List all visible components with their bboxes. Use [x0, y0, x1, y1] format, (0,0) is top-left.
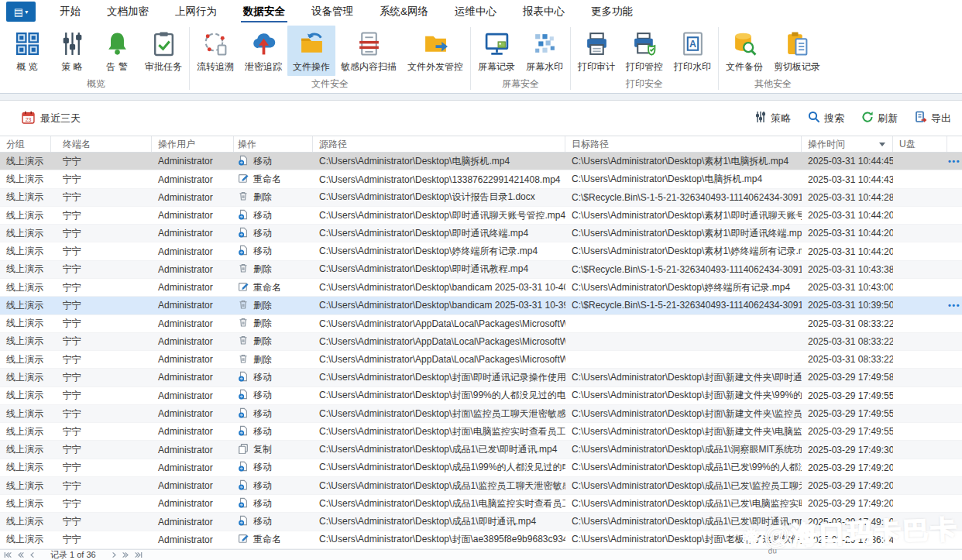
menu-tab-5[interactable]: 系统&网络 — [366, 0, 441, 23]
cell-terminal: 宁宁 — [51, 155, 152, 168]
toolbar-button-search[interactable]: 搜索 — [808, 111, 844, 125]
row-actions-button[interactable]: ••• — [947, 301, 962, 310]
move-icon — [238, 227, 249, 240]
column-header-0[interactable]: 分组 — [0, 136, 51, 152]
column-header-5[interactable]: 目标路径 — [565, 136, 802, 152]
ribbon-item-printctl[interactable]: 打印管控 — [620, 26, 668, 76]
table-row[interactable]: 线上演示宁宁Administrator删除C:\Users\Administra… — [0, 297, 962, 314]
column-header-7[interactable]: U盘 — [893, 136, 947, 152]
pager-last-button[interactable] — [134, 551, 143, 558]
ribbon-item-outgoing[interactable]: 文件外发管控 — [402, 26, 469, 76]
cell-group: 线上演示 — [0, 425, 51, 438]
cell-terminal: 宁宁 — [51, 335, 152, 348]
cell-dst: C:\Users\Administrator\Desktop\素材1\电脑拆机.… — [565, 155, 802, 168]
table-row[interactable]: 线上演示宁宁Administrator移动C:\Users\Administra… — [0, 405, 962, 423]
ribbon-item-policy[interactable]: 策 略 — [50, 26, 94, 76]
column-header-3[interactable]: 操作 — [234, 136, 313, 152]
column-header-6[interactable]: 操作时间 — [802, 136, 893, 152]
ribbon-item-printwm[interactable]: A打印水印 — [668, 26, 716, 76]
cell-time: 2025-03-31 10:44:20 — [802, 228, 893, 239]
cell-time: 2025-03-31 10:44:20 — [802, 210, 893, 221]
menu-tab-2[interactable]: 上网行为 — [162, 0, 230, 23]
table-row[interactable]: 线上演示宁宁Administrator移动C:\Users\Administra… — [0, 513, 962, 531]
cell-src: C:\Users\Administrator\AppData\Local\Pac… — [313, 318, 565, 329]
menu-tab-8[interactable]: 更多功能 — [578, 0, 646, 23]
table-row[interactable]: 线上演示宁宁Administrator重命名C:\Users\Administr… — [0, 279, 962, 297]
ribbon-group-label: 概览 — [5, 76, 187, 94]
ribbon-item-backup[interactable]: 文件备份 — [720, 26, 768, 76]
menu-tabs: 开始文档加密上网行为数据安全设备管理系统&网络运维中心报表中心更多功能 — [46, 0, 646, 23]
ribbon-item-overview[interactable]: 概 览 — [5, 26, 50, 76]
column-header-2[interactable]: 操作用户 — [152, 136, 234, 152]
table-row[interactable]: 线上演示宁宁Administrator移动C:\Users\Administra… — [0, 387, 962, 405]
table-row[interactable]: 线上演示宁宁Administrator移动C:\Users\Administra… — [0, 225, 962, 242]
menu-tab-0[interactable]: 开始 — [46, 0, 94, 23]
app-menu-button[interactable]: ▤ ▾ — [6, 2, 36, 22]
ribbon-item-alert[interactable]: 告 警 — [94, 26, 139, 76]
cell-group: 线上演示 — [0, 209, 51, 222]
pager-next-button[interactable] — [109, 551, 118, 558]
date-range-filter[interactable]: 23 最近三天 — [22, 111, 81, 126]
toolbar-button-refresh[interactable]: 刷新 — [861, 111, 898, 125]
ribbon-item-label: 概 览 — [16, 60, 37, 74]
ribbon-group-label: 其他安全 — [720, 76, 826, 94]
ribbon-group-items: 打印审计打印管控A打印水印 — [572, 23, 716, 76]
table-row[interactable]: 线上演示宁宁Administrator删除C:\Users\Administra… — [0, 351, 962, 369]
table-row[interactable]: 线上演示宁宁Administrator移动C:\Users\Administra… — [0, 459, 962, 477]
cell-dst: C:\Users\Administrator\Desktop\素材1\即时通讯聊… — [565, 209, 802, 222]
cell-dst: C:\Users\Administrator\Desktop\成品1\已发\即时… — [565, 515, 802, 528]
pager-fast-prev-button[interactable] — [16, 551, 25, 558]
table-row[interactable]: 线上演示宁宁Administrator重命名C:\Users\Administr… — [0, 531, 962, 549]
table-row[interactable]: 线上演示宁宁Administrator重命名C:\Users\Administr… — [0, 170, 962, 188]
table-row[interactable]: 线上演示宁宁Administrator移动C:\Users\Administra… — [0, 242, 962, 260]
table-row[interactable]: 线上演示宁宁Administrator移动C:\Users\Administra… — [0, 477, 962, 495]
filter-dropdown-icon[interactable] — [879, 143, 885, 146]
menu-tab-7[interactable]: 报表中心 — [510, 0, 578, 23]
cell-terminal: 宁宁 — [51, 389, 152, 402]
cell-time: 2025-03-31 08:33:22 — [802, 336, 893, 347]
operation-label: 移动 — [253, 389, 272, 402]
ribbon-item-screenrec[interactable]: 屏幕记录 — [472, 26, 521, 76]
table-row[interactable]: 线上演示宁宁Administrator删除C:\Users\Administra… — [0, 261, 962, 279]
ribbon-item-approval[interactable]: 审批任务 — [139, 26, 187, 76]
cell-time: 2025-03-29 17:36:44 — [802, 534, 893, 545]
cell-src: C:\Users\Administrator\Desktop\封面\监控员工聊天… — [313, 407, 565, 421]
menu-tab-4[interactable]: 设备管理 — [298, 0, 366, 23]
column-header-4[interactable]: 源路径 — [313, 136, 565, 152]
toolbar-button-export[interactable]: 导出 — [915, 111, 951, 125]
ribbon-item-screenwm[interactable]: 屏幕水印 — [521, 26, 569, 76]
pager-fast-next-button[interactable] — [122, 551, 130, 558]
ribbon-item-trace[interactable]: 流转追溯 — [191, 26, 239, 76]
cell-dst: C:\Users\Administrator\Desktop\电脑拆机.mp4 — [565, 173, 802, 186]
pager-first-button[interactable] — [4, 551, 12, 558]
ribbon-item-leak[interactable]: 泄密追踪 — [239, 26, 287, 76]
table-row[interactable]: 线上演示宁宁Administrator移动C:\Users\Administra… — [0, 495, 962, 513]
ribbon-item-printaudit[interactable]: 打印审计 — [572, 26, 620, 76]
menu-tab-3[interactable]: 数据安全 — [230, 0, 298, 23]
cell-time: 2025-03-29 17:49:10 — [802, 517, 893, 527]
menu-tab-6[interactable]: 运维中心 — [441, 0, 510, 23]
pager-prev-button[interactable] — [29, 551, 37, 558]
operation-label: 移动 — [253, 497, 272, 510]
operation-label: 重命名 — [253, 173, 281, 186]
table-row[interactable]: 线上演示宁宁Administrator删除C:\Users\Administra… — [0, 189, 962, 207]
table-row[interactable]: 线上演示宁宁Administrator复制C:\Users\Administra… — [0, 441, 962, 459]
table-row[interactable]: 线上演示宁宁Administrator移动C:\Users\Administra… — [0, 207, 962, 225]
table-row[interactable]: 线上演示宁宁Administrator删除C:\Users\Administra… — [0, 333, 962, 351]
delete-icon — [238, 317, 249, 330]
table-row[interactable]: 线上演示宁宁Administrator移动C:\Users\Administra… — [0, 369, 962, 387]
column-header-1[interactable]: 终端名 — [51, 136, 152, 152]
menu-tab-1[interactable]: 文档加密 — [94, 0, 162, 23]
operation-label: 移动 — [253, 227, 272, 240]
ribbon-item-scan[interactable]: 敏感内容扫描 — [335, 26, 402, 76]
row-actions-button[interactable]: ••• — [947, 156, 962, 166]
move-icon — [238, 245, 249, 258]
ribbon-item-clipboard[interactable]: 剪切板记录 — [768, 26, 826, 76]
ribbon-item-fileops[interactable]: 文件操作 — [287, 26, 335, 76]
table-row[interactable]: 线上演示宁宁Administrator移动C:\Users\Administra… — [0, 423, 962, 441]
toolbar-button-policy[interactable]: 策略 — [754, 111, 791, 125]
table-row[interactable]: 线上演示宁宁Administrator移动C:\Users\Administra… — [0, 153, 962, 170]
cell-operation: 移动 — [234, 407, 313, 421]
table-row[interactable]: 线上演示宁宁Administrator删除C:\Users\Administra… — [0, 315, 962, 333]
operation-label: 移动 — [253, 407, 272, 421]
